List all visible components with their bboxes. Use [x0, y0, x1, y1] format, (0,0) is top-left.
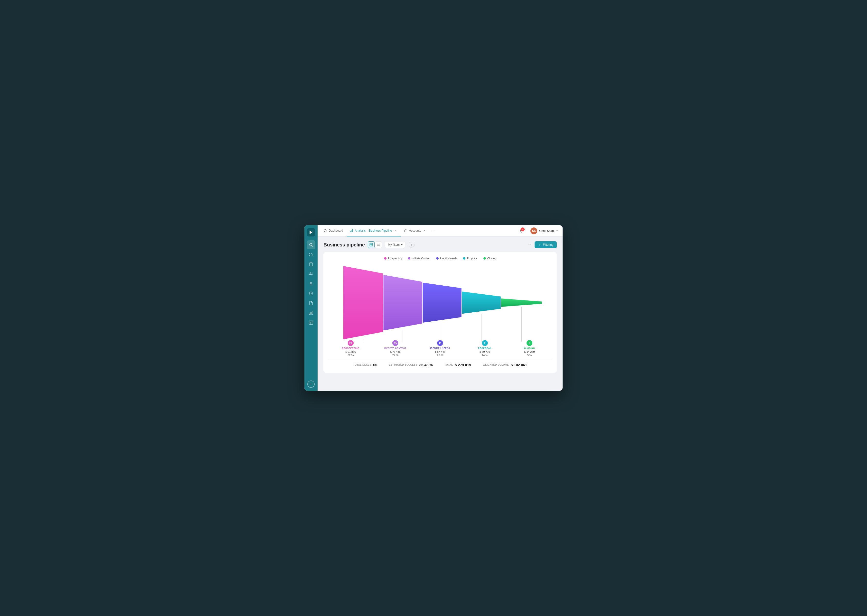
user-name: Chris Shark: [539, 229, 555, 233]
tab-analysis-close[interactable]: ✕: [393, 229, 397, 233]
sidebar: +: [304, 225, 318, 391]
svg-line-3: [312, 245, 313, 247]
page-header-right: ··· Filtering: [526, 241, 557, 248]
tab-accounts[interactable]: Accounts ✕: [400, 225, 430, 236]
notification-button[interactable]: 2: [518, 227, 526, 235]
stage-amount-closing: $ 14 259: [524, 350, 535, 353]
funnel-segment-closing[interactable]: [501, 299, 542, 307]
legend-item-closing: Closing: [484, 257, 497, 260]
stage-col-identify-needs: 11 IDENTIFY NEEDS $ 57 448 20 %: [418, 340, 462, 357]
svg-rect-14: [309, 321, 313, 325]
stat-weighted-volume: WEIGHTED VOLUME $ 102 061: [483, 363, 527, 367]
tab-bar: Dashboard Analysis – Business Pipeline ✕…: [318, 225, 563, 236]
funnel-segment-identify-needs[interactable]: [423, 283, 462, 323]
stage-pct-closing: 5 %: [527, 354, 532, 357]
legend-item-proposal: Proposal: [463, 257, 477, 260]
page-header: Business pipeline My filters ▾ +: [323, 241, 557, 248]
stage-amount-identify-needs: $ 57 448: [435, 350, 445, 353]
more-options-button[interactable]: ···: [526, 241, 533, 248]
tab-accounts-close[interactable]: ✕: [422, 229, 426, 233]
stage-badge-closing: 6: [527, 340, 532, 346]
funnel-segment-initiate-contact[interactable]: [383, 275, 422, 331]
page-header-left: Business pipeline My filters ▾ +: [323, 241, 415, 248]
sidebar-item-chart[interactable]: [307, 308, 315, 317]
svg-rect-12: [311, 312, 312, 314]
stage-amount-initiate-contact: $ 76 446: [390, 350, 400, 353]
stage-badge-prospecting: 20: [348, 340, 354, 346]
legend-dot-proposal: [463, 257, 465, 259]
stage-badge-initiate-contact: 15: [393, 340, 398, 346]
stage-badge-proposal: 8: [482, 340, 488, 346]
legend-item-prospecting: Prospecting: [384, 257, 402, 260]
svg-point-2: [309, 243, 312, 246]
funnel-svg: [328, 264, 552, 342]
tab-dashboard[interactable]: Dashboard: [320, 225, 347, 236]
sidebar-item-users[interactable]: [307, 270, 315, 278]
stage-name-proposal: PROPOSAL: [478, 347, 492, 349]
svg-rect-21: [370, 243, 371, 245]
sidebar-add-button[interactable]: +: [307, 380, 315, 388]
my-filters-button[interactable]: My filters ▾: [385, 242, 406, 248]
stat-total-deals: TOTAL DEALS 60: [353, 363, 377, 367]
svg-rect-4: [309, 263, 313, 266]
legend: Prospecting Inititate Contact Identify N…: [328, 257, 552, 260]
stage-name-initiate-contact: INITIATE CONTACT: [384, 347, 407, 349]
legend-dot-initiate-contact: [408, 257, 410, 259]
stage-pct-prospecting: 32 %: [348, 354, 354, 357]
stage-pct-identify-needs: 20 %: [437, 354, 443, 357]
funnel-chart: 20 PROSPECTING $ 91 836 32 % 15 INITIATE…: [328, 264, 552, 356]
stat-estimated-success: ESTIMATED SUCCESS 36.48 %: [389, 363, 433, 367]
user-profile[interactable]: CS Chris Shark ▾: [528, 226, 560, 235]
stage-col-closing: 6 CLOSING $ 14 259 5 %: [507, 340, 552, 357]
stage-pct-initiate-contact: 27 %: [393, 354, 399, 357]
tab-more-button[interactable]: ···: [430, 229, 437, 233]
svg-rect-20: [350, 231, 351, 232]
svg-point-8: [310, 272, 311, 274]
stage-name-prospecting: PROSPECTING: [342, 347, 359, 349]
chevron-down-icon: ▾: [556, 229, 558, 232]
stage-badge-identify-needs: 11: [437, 340, 443, 346]
tab-bar-right: 2 CS Chris Shark ▾: [518, 226, 560, 235]
chart-container: Prospecting Inititate Contact Identify N…: [323, 252, 557, 373]
stage-amount-prospecting: $ 91 836: [345, 350, 356, 353]
add-filter-button[interactable]: +: [409, 242, 415, 248]
main-content: Dashboard Analysis – Business Pipeline ✕…: [318, 225, 563, 391]
funnel-segment-proposal[interactable]: [462, 291, 501, 314]
stat-total: TOTAL $ 279 819: [445, 363, 471, 367]
filtering-button[interactable]: Filtering: [534, 241, 557, 248]
page-title: Business pipeline: [323, 242, 365, 248]
chart-view-button[interactable]: [368, 241, 375, 248]
stage-name-identify-needs: IDENTIFY NEEDS: [430, 347, 450, 349]
svg-rect-18: [352, 229, 353, 232]
svg-rect-22: [371, 243, 373, 245]
view-toggle: [368, 241, 382, 248]
legend-dot-prospecting: [384, 257, 386, 259]
page-content: Business pipeline My filters ▾ +: [318, 236, 563, 391]
sidebar-item-file[interactable]: [307, 299, 315, 308]
stage-name-closing: CLOSING: [524, 347, 535, 349]
svg-rect-24: [371, 245, 373, 246]
sidebar-item-calendar[interactable]: [307, 260, 315, 269]
sidebar-item-table[interactable]: [307, 318, 315, 327]
legend-dot-closing: [484, 257, 486, 259]
app-logo[interactable]: [307, 228, 315, 236]
stage-pct-proposal: 14 %: [482, 354, 488, 357]
sidebar-item-clock[interactable]: [307, 289, 315, 298]
list-view-button[interactable]: [375, 241, 382, 248]
legend-dot-identify-needs: [436, 257, 438, 259]
chevron-down-icon: ▾: [401, 243, 403, 247]
notification-badge: 2: [521, 228, 525, 231]
sidebar-item-dollar[interactable]: [307, 279, 315, 288]
avatar: CS: [530, 228, 537, 234]
stage-col-initiate-contact: 15 INITIATE CONTACT $ 76 446 27 %: [373, 340, 418, 357]
sidebar-item-search[interactable]: [307, 240, 315, 249]
app-window: + Dashboard Analysis – Business Pipeline…: [304, 225, 563, 391]
svg-rect-13: [309, 313, 310, 314]
legend-item-identify-needs: Identify Needs: [436, 257, 457, 260]
stages-row: 20 PROSPECTING $ 91 836 32 % 15 INITIATE…: [328, 340, 552, 357]
funnel-segment-prospecting[interactable]: [343, 266, 383, 339]
sidebar-item-cloud[interactable]: [307, 250, 315, 259]
stage-amount-proposal: $ 39 770: [479, 350, 490, 353]
svg-rect-23: [370, 245, 371, 246]
tab-analysis[interactable]: Analysis – Business Pipeline ✕: [347, 225, 401, 236]
